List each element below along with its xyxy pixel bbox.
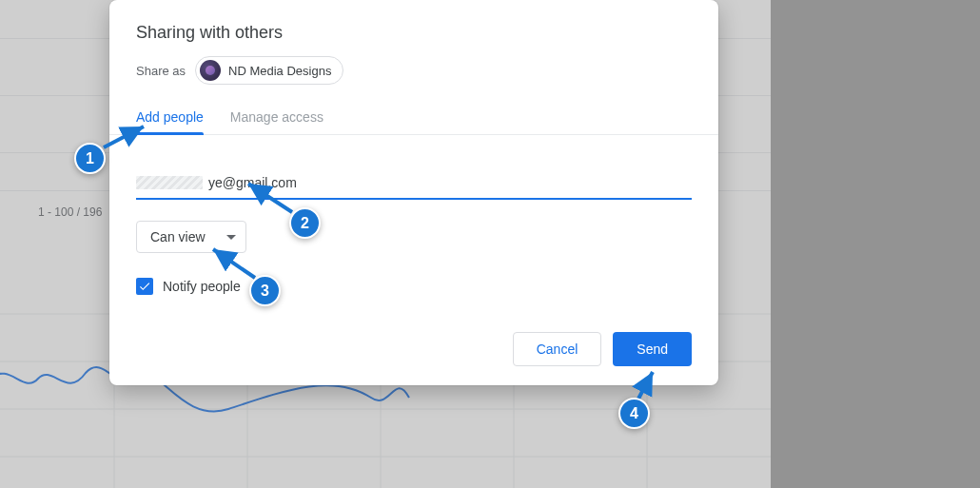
sharer-name: ND Media Designs	[228, 64, 331, 78]
annotation-arrow-1	[98, 123, 150, 151]
dialog-title: Sharing with others	[136, 23, 692, 43]
dialog-tabs: Add people Manage access	[109, 109, 718, 135]
svg-line-10	[248, 184, 292, 212]
svg-line-11	[213, 249, 255, 278]
permission-label: Can view	[150, 229, 206, 244]
send-button[interactable]: Send	[613, 332, 692, 366]
cancel-button[interactable]: Cancel	[513, 332, 602, 366]
svg-line-9	[104, 127, 144, 147]
check-icon	[138, 280, 151, 293]
annotation-arrow-2	[243, 180, 300, 218]
avatar	[200, 60, 221, 81]
chevron-down-icon	[226, 235, 236, 240]
email-field[interactable]: ye@gmail.com	[136, 169, 692, 200]
redacted-email-prefix	[136, 176, 203, 189]
svg-line-12	[637, 372, 653, 400]
tab-manage-access[interactable]: Manage access	[230, 109, 323, 134]
right-sidebar-dimmed	[771, 0, 980, 488]
callout-1: 1	[74, 143, 106, 174]
pagination-label: 1 - 100 / 196	[38, 205, 102, 219]
callout-2: 2	[289, 207, 321, 239]
callout-3: 3	[249, 275, 281, 306]
sharer-pill[interactable]: ND Media Designs	[195, 56, 343, 85]
notify-checkbox[interactable]	[136, 278, 153, 295]
callout-4: 4	[618, 398, 650, 429]
dialog-actions: Cancel Send	[513, 332, 692, 366]
share-as-label: Share as	[136, 64, 186, 78]
share-as-row: Share as ND Media Designs	[136, 56, 692, 85]
share-dialog: Sharing with others Share as ND Media De…	[109, 0, 718, 385]
